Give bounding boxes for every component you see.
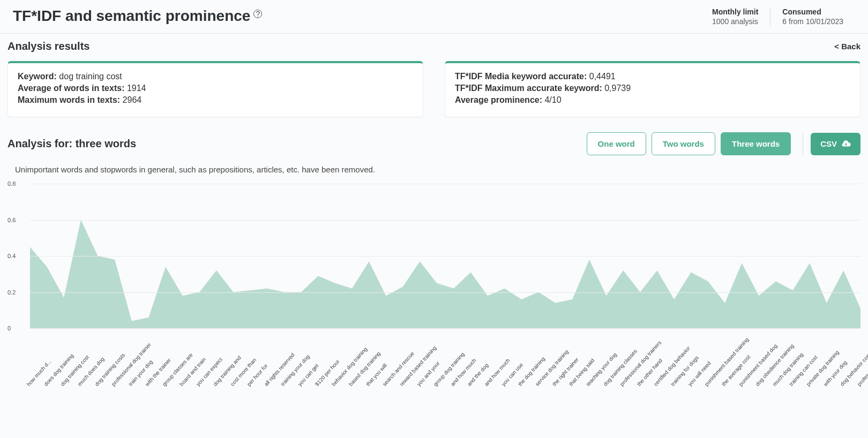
- chart-x-tick: group dog training: [432, 351, 466, 387]
- two-words-button[interactable]: Two words: [652, 132, 715, 155]
- max-accurate-label: TF*IDF Maximum accurate keyword:: [455, 84, 602, 93]
- results-section: Analysis results < Back: [0, 34, 868, 52]
- results-header-row: Analysis results < Back: [8, 40, 860, 52]
- three-words-button[interactable]: Three words: [721, 132, 791, 155]
- header: TF*IDF and semantic prominence ? Monthly…: [0, 0, 868, 34]
- max-words-label: Maximum words in texts:: [18, 95, 120, 104]
- chart-y-tick: 0.4: [8, 253, 16, 259]
- word-buttons: One word Two words Three words CSV: [581, 132, 860, 155]
- max-accurate-value: 0,9739: [604, 84, 631, 93]
- consumed-label: Consumed: [782, 7, 843, 16]
- avg-words-line: Average of words in texts: 1914: [18, 84, 413, 93]
- consumed-value: 6 from 10/01/2023: [782, 17, 843, 26]
- max-accurate-line: TF*IDF Maximum accurate keyword: 0,9739: [455, 84, 850, 93]
- monthly-limit-value: 1000 analysis: [712, 17, 758, 26]
- prominence-label: Average prominence:: [455, 95, 542, 104]
- analysis-for-row: Analysis for: three words One word Two w…: [0, 117, 868, 155]
- title-wrap: TF*IDF and semantic prominence ?: [13, 7, 262, 25]
- avg-words-value: 1914: [127, 84, 146, 93]
- chart-gridline: [30, 220, 860, 221]
- chart-y-tick: 0.8: [8, 180, 16, 187]
- consumed-block: Consumed 6 from 10/01/2023: [770, 7, 855, 26]
- prominence-value: 4/10: [544, 95, 561, 104]
- avg-words-label: Average of words in texts:: [18, 84, 124, 93]
- one-word-button[interactable]: One word: [587, 132, 646, 155]
- chart-x-tick: search and rescue: [381, 350, 415, 387]
- keyword-label: Keyword:: [18, 72, 57, 81]
- chart-y-tick: 0.6: [8, 217, 16, 223]
- chart-x-tick: all rights reserved: [263, 352, 296, 387]
- max-words-value: 2964: [123, 95, 142, 104]
- max-words-line: Maximum words in texts: 2964: [18, 95, 413, 105]
- chart-x-tick: teaching your dog: [585, 352, 618, 387]
- analysis-for-title: Analysis for: three words: [8, 138, 136, 150]
- keyword-card: Keyword: dog training cost Average of wo…: [8, 61, 423, 117]
- keyword-line: Keyword: dog training cost: [18, 72, 413, 81]
- download-cloud-icon: [841, 139, 851, 149]
- chart-y-tick: 0.2: [8, 289, 16, 296]
- chart-gridline: [30, 184, 860, 184]
- chart-gridline: [30, 328, 860, 329]
- media-value: 0,4491: [589, 72, 616, 81]
- stopwords-note: Unimportant words and stopwords in gener…: [0, 155, 868, 174]
- csv-button[interactable]: CSV: [811, 133, 860, 155]
- chart-x-tick: based dog training: [348, 350, 381, 387]
- results-title: Analysis results: [8, 40, 89, 52]
- monthly-limit-block: Monthly limit 1000 analysis: [700, 7, 770, 26]
- chart-x-tick: much dog training: [772, 352, 804, 387]
- csv-button-label: CSV: [820, 139, 837, 148]
- back-link[interactable]: < Back: [834, 42, 860, 51]
- prominence-line: Average prominence: 4/10: [455, 95, 850, 105]
- chart: 00.20.40.60.8 how much d...does dog trai…: [8, 184, 860, 387]
- keyword-value: dog training cost: [59, 72, 122, 81]
- chart-x-tick: dog training costs: [93, 352, 126, 387]
- chart-gridline: [30, 256, 860, 256]
- button-divider: [803, 133, 803, 155]
- chart-x-tick: group classes are: [161, 352, 194, 387]
- tfidf-card: TF*IDF Media keyword accurate: 0,4491 TF…: [445, 61, 860, 117]
- cards-row: Keyword: dog training cost Average of wo…: [0, 52, 868, 117]
- limits: Monthly limit 1000 analysis Consumed 6 f…: [700, 7, 855, 26]
- help-icon[interactable]: ?: [253, 10, 262, 18]
- page-title: TF*IDF and semantic prominence: [13, 7, 250, 25]
- media-label: TF*IDF Media keyword accurate:: [455, 72, 587, 81]
- chart-x-axis: how much d...does dog trainingdog traini…: [30, 329, 860, 387]
- media-line: TF*IDF Media keyword accurate: 0,4491: [455, 72, 850, 81]
- chart-x-tick: does dog training: [42, 353, 74, 387]
- chart-gridline: [30, 292, 860, 293]
- chart-y-tick: 0: [8, 325, 11, 331]
- monthly-limit-label: Monthly limit: [712, 7, 758, 16]
